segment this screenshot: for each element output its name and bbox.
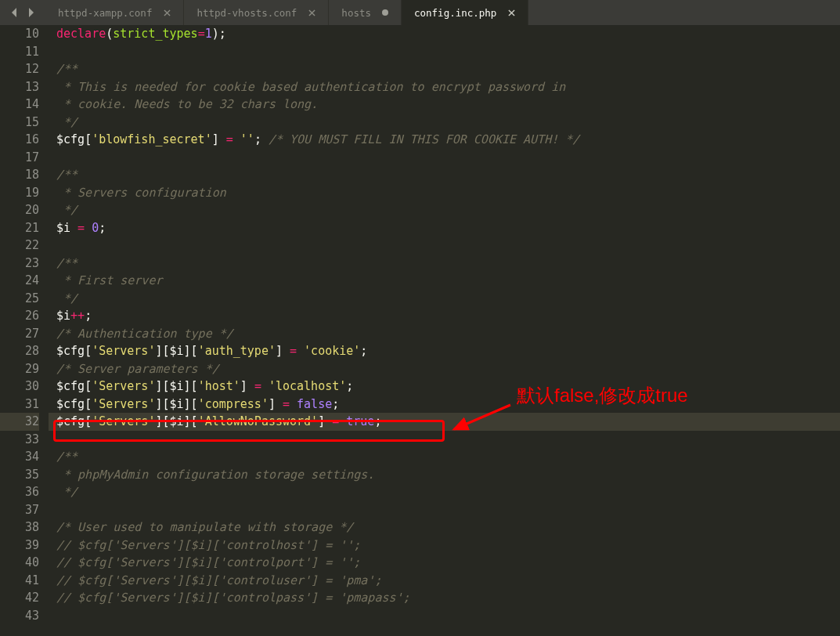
code-line[interactable]: declare(strict_types=1); (49, 25, 840, 43)
code-line[interactable]: // $cfg['Servers'][$i]['controlhost'] = … (49, 537, 840, 555)
tab-httpd-xampp-conf[interactable]: httpd-xampp.conf (45, 0, 184, 25)
tab-config-inc-php[interactable]: config.inc.php (402, 0, 528, 25)
code-line[interactable]: */ (49, 114, 840, 132)
line-number: 10 (0, 25, 39, 43)
line-number: 16 (0, 131, 39, 149)
code-line[interactable]: /* User used to manipulate with storage … (49, 519, 840, 537)
code-line[interactable]: // $cfg['Servers'][$i]['controlpass'] = … (49, 589, 840, 607)
code-line[interactable]: * phpMyAdmin configuration storage setti… (49, 466, 840, 484)
tab-hosts[interactable]: hosts (329, 0, 402, 25)
line-number: 22 (0, 237, 39, 255)
code-line[interactable]: // $cfg['Servers'][$i]['controlport'] = … (49, 554, 840, 572)
tab-label: hosts (341, 7, 371, 19)
line-number: 20 (0, 201, 39, 219)
line-number: 12 (0, 60, 39, 78)
tab-bar: httpd-xampp.confhttpd-vhosts.confhostsco… (45, 0, 840, 25)
line-number: 13 (0, 78, 39, 96)
code-line[interactable]: * Servers configuration (49, 184, 840, 202)
close-icon[interactable] (308, 9, 315, 16)
code-line[interactable]: /** (49, 448, 840, 466)
close-icon[interactable] (163, 9, 171, 16)
nav-forward-icon[interactable] (25, 6, 38, 19)
code-line[interactable]: */ (49, 290, 840, 308)
line-number: 36 (0, 483, 39, 501)
line-number: 19 (0, 184, 39, 202)
line-number: 42 (0, 589, 39, 607)
line-number: 38 (0, 519, 39, 537)
close-icon[interactable] (507, 9, 515, 16)
code-line[interactable]: /** (49, 60, 840, 78)
gutter: 1011121314151617181920212223242526272829… (0, 25, 49, 636)
titlebar: httpd-xampp.confhttpd-vhosts.confhostsco… (0, 0, 840, 25)
line-number: 28 (0, 342, 39, 360)
line-number: 30 (0, 378, 39, 396)
line-number: 26 (0, 307, 39, 325)
code-line[interactable]: $i++; (49, 307, 840, 325)
line-number: 25 (0, 290, 39, 308)
line-number: 33 (0, 431, 39, 449)
code-line[interactable]: $cfg['Servers'][$i]['compress'] = false; (49, 396, 840, 414)
code-line[interactable] (49, 607, 840, 625)
line-number: 14 (0, 96, 39, 114)
tab-label: httpd-xampp.conf (58, 7, 152, 19)
code-line[interactable] (49, 431, 840, 449)
code-line[interactable]: $cfg['blowfish_secret'] = ''; /* YOU MUS… (49, 131, 840, 149)
line-number: 34 (0, 448, 39, 466)
code-line[interactable]: // $cfg['Servers'][$i]['controluser'] = … (49, 572, 840, 590)
line-number: 43 (0, 607, 39, 625)
code-line[interactable]: $cfg['Servers'][$i]['auth_type'] = 'cook… (49, 342, 840, 360)
line-number: 17 (0, 149, 39, 167)
line-number: 21 (0, 219, 39, 237)
line-number: 15 (0, 114, 39, 132)
code-line[interactable]: $cfg['Servers'][$i]['AllowNoPassword'] =… (49, 413, 840, 431)
code-line[interactable]: */ (49, 483, 840, 501)
line-number: 27 (0, 325, 39, 343)
code-line[interactable] (49, 149, 840, 167)
line-number: 11 (0, 43, 39, 61)
code-line[interactable]: * This is needed for cookie based authen… (49, 78, 840, 96)
code-line[interactable]: /* Authentication type */ (49, 325, 840, 343)
code-line[interactable] (49, 501, 840, 519)
line-number: 24 (0, 272, 39, 290)
code-line[interactable]: $cfg['Servers'][$i]['host'] = 'localhost… (49, 378, 840, 396)
line-number: 32 (0, 413, 39, 431)
editor[interactable]: 1011121314151617181920212223242526272829… (0, 25, 840, 636)
line-number: 35 (0, 466, 39, 484)
code-line[interactable]: */ (49, 201, 840, 219)
line-number: 23 (0, 255, 39, 273)
line-number: 41 (0, 572, 39, 590)
line-number: 31 (0, 396, 39, 414)
tab-label: config.inc.php (414, 7, 496, 19)
tab-httpd-vhosts-conf[interactable]: httpd-vhosts.conf (184, 0, 329, 25)
line-number: 39 (0, 537, 39, 555)
code-area[interactable]: declare(strict_types=1);/** * This is ne… (49, 25, 840, 636)
code-line[interactable]: /** (49, 255, 840, 273)
line-number: 18 (0, 166, 39, 184)
code-line[interactable] (49, 237, 840, 255)
code-line[interactable]: * First server (49, 272, 840, 290)
nav-arrows (0, 0, 45, 25)
line-number: 29 (0, 360, 39, 378)
code-line[interactable]: /** (49, 166, 840, 184)
code-line[interactable]: /* Server parameters */ (49, 360, 840, 378)
code-line[interactable]: $i = 0; (49, 219, 840, 237)
code-line[interactable]: * cookie. Needs to be 32 chars long. (49, 96, 840, 114)
tab-label: httpd-vhosts.conf (196, 7, 297, 19)
line-number: 40 (0, 554, 39, 572)
nav-back-icon[interactable] (8, 6, 20, 19)
line-number: 37 (0, 501, 39, 519)
code-line[interactable] (49, 43, 840, 61)
dirty-indicator-icon (382, 9, 388, 16)
